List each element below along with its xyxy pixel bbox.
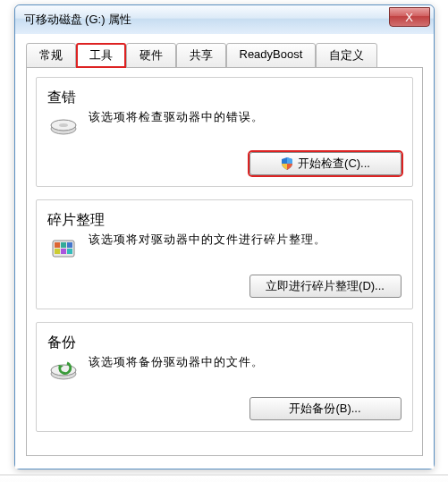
start-check-button[interactable]: 开始检查(C)... [249,152,402,175]
tab-customize[interactable]: 自定义 [316,43,377,68]
backup-desc: 该选项将备份驱动器中的文件。 [89,354,264,370]
close-button[interactable]: X [389,7,430,27]
defrag-icon [47,232,80,264]
check-desc: 该选项将检查驱动器中的错误。 [89,109,264,125]
dialog-buttons-area [0,474,448,482]
tab-body: 查错 该选项将检查驱动器中的错误。 [26,67,423,456]
window-title: 可移动磁盘 (G:) 属性 [24,12,132,28]
group-defrag: 碎片整理 该选项将对驱动器中的文件进行碎片整理。 立即 [36,199,413,309]
tab-sharing[interactable]: 共享 [176,43,226,68]
close-icon: X [405,11,413,24]
tab-readyboost[interactable]: ReadyBoost [226,43,317,68]
defrag-desc: 该选项将对驱动器中的文件进行碎片整理。 [89,232,326,248]
backup-btn-label: 开始备份(B)... [289,401,360,417]
group-legend: 备份 [47,334,402,352]
svg-rect-5 [61,242,66,248]
disk-check-icon [47,109,80,141]
tab-general[interactable]: 常规 [26,43,76,68]
group-legend: 碎片整理 [47,211,402,230]
defrag-btn-label: 立即进行碎片整理(D)... [266,278,385,294]
tab-strip: 常规 工具 硬件 共享 ReadyBoost 自定义 [26,43,423,68]
start-backup-button[interactable]: 开始备份(B)... [249,397,402,420]
defrag-now-button[interactable]: 立即进行碎片整理(D)... [249,275,402,298]
group-error-check: 查错 该选项将检查驱动器中的错误。 [36,77,413,187]
svg-rect-6 [67,242,72,248]
tab-hardware[interactable]: 硬件 [126,43,176,68]
titlebar: 可移动磁盘 (G:) 属性 X [15,5,434,34]
tab-tools[interactable]: 工具 [76,43,126,68]
group-backup: 备份 该选项将备份驱动器中的文件。 开始备份(B)... [36,322,413,432]
content-area: 常规 工具 硬件 共享 ReadyBoost 自定义 查错 该选项将检查驱动器中… [15,34,434,469]
svg-rect-4 [55,242,60,248]
check-btn-label: 开始检查(C)... [298,156,370,172]
shield-icon [280,156,294,171]
svg-rect-8 [61,249,66,254]
group-legend: 查错 [47,89,402,107]
svg-point-2 [59,123,68,127]
properties-window: 可移动磁盘 (G:) 属性 X 常规 工具 硬件 共享 ReadyBoost 自… [14,4,435,469]
svg-rect-9 [67,249,72,254]
svg-rect-7 [55,249,60,254]
backup-icon [47,354,80,386]
